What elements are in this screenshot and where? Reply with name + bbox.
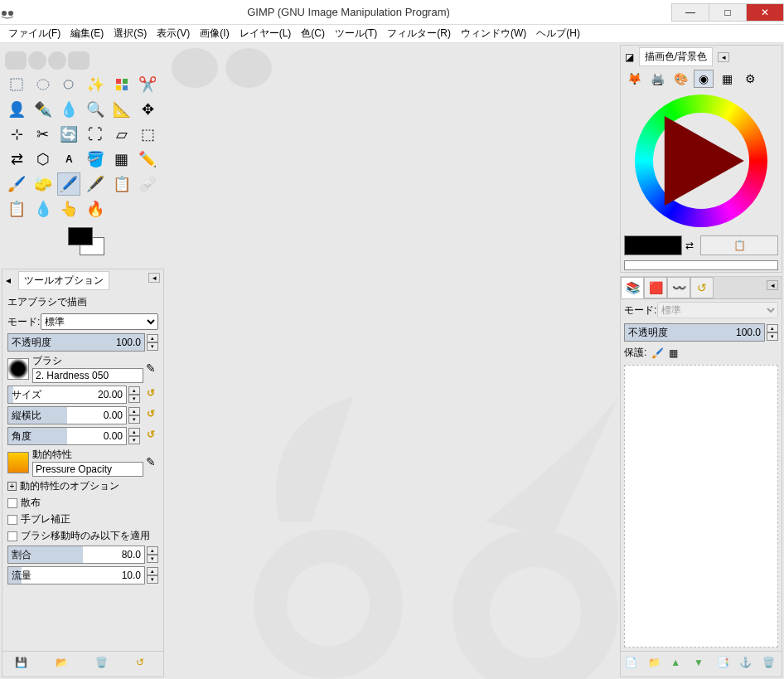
tool-options-tab[interactable]: ツールオプション <box>18 271 109 290</box>
color-panel-collapse-button[interactable]: ◂ <box>718 52 729 62</box>
duplicate-layer-button[interactable]: 📑 <box>717 657 732 672</box>
color-mode-palette-icon[interactable]: ▦ <box>717 70 737 88</box>
dynamics-value[interactable]: Pressure Opacity <box>32 462 143 477</box>
tool-cage[interactable]: ⬡ <box>31 148 55 171</box>
minimize-button[interactable]: — <box>671 3 709 22</box>
size-spinner[interactable]: ▴▾ <box>128 386 140 403</box>
tool-perspective-clone[interactable]: 📋 <box>5 197 28 221</box>
tool-scissors-select[interactable]: ✂️ <box>136 73 159 96</box>
opacity-spinner[interactable]: ▴▾ <box>147 334 158 351</box>
menu-edit[interactable]: 編集(E) <box>65 25 109 42</box>
rate-slider[interactable]: 割合 80.0 <box>7 546 145 564</box>
menu-file[interactable]: ファイル(F) <box>3 25 65 42</box>
fgbg-mini-icon[interactable]: ◪ <box>621 51 637 63</box>
tool-smudge[interactable]: 👆 <box>57 197 80 221</box>
dynamics-icon[interactable] <box>7 452 29 473</box>
layer-lower-button[interactable]: ▼ <box>694 657 709 672</box>
tool-ink[interactable]: 🖋️ <box>84 172 107 196</box>
reset-tool-options-button[interactable]: ↺ <box>136 657 151 672</box>
color-triangle[interactable] <box>665 116 744 206</box>
tool-align[interactable]: ⊹ <box>5 123 28 146</box>
apply-on-move-checkbox[interactable] <box>7 531 17 541</box>
color-mode-watercolor-icon[interactable]: 🎨 <box>670 70 690 88</box>
new-layer-group-button[interactable]: 📁 <box>648 657 663 672</box>
layer-opacity-spinner[interactable]: ▴▾ <box>767 324 778 341</box>
lock-pixels-icon[interactable]: 🖌️ <box>651 347 664 359</box>
restore-tool-preset-button[interactable]: 📂 <box>56 657 70 672</box>
tool-paths[interactable]: ✒️ <box>31 98 55 121</box>
dynamics-edit-button[interactable]: ✎ <box>143 455 158 470</box>
menu-image[interactable]: 画像(I) <box>195 25 234 42</box>
fgbg-tab[interactable]: 描画色/背景色 <box>639 47 713 66</box>
tool-flip[interactable]: ⇄ <box>5 148 28 171</box>
layer-mode-select[interactable]: 標準 <box>657 302 778 318</box>
aspect-spinner[interactable]: ▴▾ <box>128 407 140 424</box>
tool-eraser[interactable]: 🧽 <box>31 172 55 196</box>
layers-tab[interactable]: 📚 <box>621 277 644 298</box>
tool-scale[interactable]: ⛶ <box>84 123 107 146</box>
paths-tab[interactable]: 〰️ <box>667 277 690 298</box>
layer-opacity-slider[interactable]: 不透明度 100.0 <box>624 323 765 342</box>
tool-fuzzy-select[interactable]: ✨ <box>84 73 107 96</box>
menu-help[interactable]: ヘルプ(H) <box>531 25 585 42</box>
size-slider[interactable]: サイズ 20.00 <box>7 386 127 404</box>
tool-text[interactable]: A <box>57 148 80 171</box>
channels-tab[interactable]: 🟥 <box>644 277 667 298</box>
add-color-to-history-button[interactable]: 📋 <box>700 235 778 255</box>
undo-history-tab[interactable]: ↺ <box>690 277 714 298</box>
tool-zoom[interactable]: 🔍 <box>84 98 107 121</box>
close-button[interactable]: ✕ <box>746 3 784 22</box>
tool-blur[interactable]: 💧 <box>31 197 55 221</box>
opacity-slider[interactable]: 不透明度 100.0 <box>7 333 145 352</box>
dynamics-options-expander[interactable]: +動的特性のオプション <box>7 479 158 493</box>
delete-tool-preset-button[interactable]: 🗑️ <box>95 657 110 672</box>
brush-preview-icon[interactable] <box>7 358 29 380</box>
color-history-strip[interactable] <box>624 260 778 270</box>
scatter-checkbox[interactable] <box>7 498 17 508</box>
panel-collapse-button[interactable]: ◂ <box>148 273 160 283</box>
tool-free-select[interactable] <box>57 73 80 96</box>
tool-rotate[interactable]: 🔄 <box>57 123 80 146</box>
tool-move[interactable]: ✥ <box>136 98 159 121</box>
tool-pencil[interactable]: ✏️ <box>136 148 159 171</box>
tool-rect-select[interactable] <box>5 73 28 96</box>
panel-menu-icon[interactable]: ◂ <box>2 274 14 286</box>
tool-shear[interactable]: ▱ <box>110 123 133 146</box>
aspect-slider[interactable]: 縦横比 0.00 <box>7 406 127 424</box>
tool-foreground-select[interactable]: 👤 <box>5 98 28 121</box>
color-mode-gimp-icon[interactable]: 🦊 <box>624 70 644 88</box>
jitter-checkbox[interactable] <box>7 515 17 525</box>
flow-slider[interactable]: 流量 10.0 <box>7 566 145 584</box>
anchor-layer-button[interactable]: ⚓ <box>739 657 754 672</box>
tool-measure[interactable]: 📐 <box>110 98 133 121</box>
swap-colors-icon[interactable]: ⇄ <box>685 240 697 251</box>
tool-heal[interactable]: 🩹 <box>136 172 159 196</box>
color-mode-wheel-icon[interactable]: ◉ <box>694 70 714 88</box>
aspect-reset-button[interactable]: ↺ <box>143 408 158 423</box>
tool-dodge-burn[interactable]: 🔥 <box>84 197 107 221</box>
tool-perspective[interactable]: ⬚ <box>136 123 159 146</box>
tool-bucket-fill[interactable]: 🪣 <box>84 148 107 171</box>
size-reset-button[interactable]: ↺ <box>143 387 158 402</box>
angle-spinner[interactable]: ▴▾ <box>128 428 140 444</box>
menu-filter[interactable]: フィルター(R) <box>382 25 456 42</box>
color-wheel[interactable] <box>635 95 767 227</box>
tool-clone[interactable]: 📋 <box>110 172 133 196</box>
layer-list-area[interactable] <box>624 365 778 647</box>
current-color-swatch[interactable] <box>624 235 682 255</box>
tool-paintbrush[interactable]: 🖌️ <box>5 172 28 196</box>
menu-tool[interactable]: ツール(T) <box>330 25 382 42</box>
tool-blend[interactable]: ▦ <box>110 148 133 171</box>
tool-airbrush[interactable]: 🖊️ <box>57 172 80 196</box>
angle-reset-button[interactable]: ↺ <box>143 429 158 444</box>
brush-name[interactable]: 2. Hardness 050 <box>32 368 143 383</box>
angle-slider[interactable]: 角度 0.00 <box>7 427 127 445</box>
color-mode-cmyk-icon[interactable]: 🖨️ <box>647 70 667 88</box>
color-mode-scales-icon[interactable]: ⚙ <box>740 70 760 88</box>
tool-ellipse-select[interactable] <box>31 73 55 96</box>
menu-window[interactable]: ウィンドウ(W) <box>456 25 531 42</box>
tool-crop[interactable]: ✂ <box>31 123 55 146</box>
tool-color-picker[interactable]: 💧 <box>57 98 80 121</box>
menu-layer[interactable]: レイヤー(L) <box>235 25 297 42</box>
layer-raise-button[interactable]: ▲ <box>670 657 685 672</box>
